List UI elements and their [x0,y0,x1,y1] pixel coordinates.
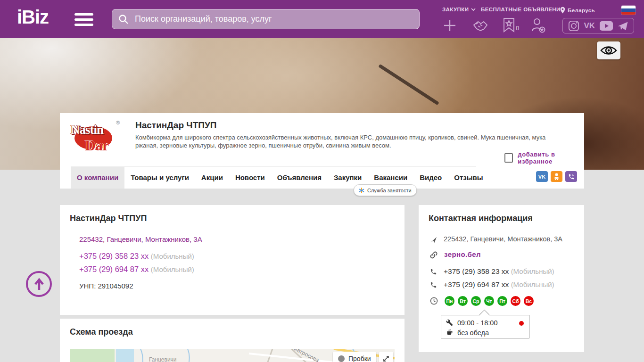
tab-ads[interactable]: Объявления [271,167,328,189]
employment-service-tooltip[interactable]: Служба занятости [354,184,417,196]
site-header: iBiz ЗАКУПКИ БЕСПЛАТНЫЕ ОБЪЯВЛЕНИЯ Белар… [0,0,644,38]
eye-icon [600,44,617,57]
phone-icon [430,281,437,288]
contact-address-row: 225432, Ганцевичи, Монтажников, 3А [430,235,562,243]
site-logo[interactable]: iBiz [17,7,49,28]
about-phone-2[interactable]: +375 (29) 694 87 xx (Мобильный) [79,265,194,274]
nav-arrow-icon [430,236,437,243]
about-title: НастинДар ЧТПУП [70,214,147,223]
odnoklassniki-icon[interactable] [551,171,562,182]
expand-icon [383,355,389,362]
website-link[interactable]: зерно.бел [444,250,481,258]
add-to-favorites[interactable]: добавить в избранное [504,151,584,165]
about-phone-1[interactable]: +375 (29) 358 23 xx (Мобильный) [79,252,194,261]
language-flag-russia[interactable] [621,6,636,15]
day-sun[interactable]: Вс [524,296,534,306]
chevron-down-icon [471,8,476,11]
tab-video[interactable]: Видео [413,167,448,189]
search-input[interactable] [134,14,413,25]
signup-button[interactable] [530,17,545,33]
day-mon[interactable]: Пн [445,296,454,306]
tab-products[interactable]: Товары и услуги [124,167,195,189]
working-hours-tooltip: 09:00 - 18:00 без обеда [441,315,529,338]
lunch-status: без обеда [457,329,489,337]
traffic-label: Пробки [348,355,371,362]
instagram-icon[interactable] [568,20,579,32]
map-canvas[interactable]: Ганцевичи ул. Матросова Пробки [70,349,395,362]
working-days: Пн Вт Ср Чт Пт Сб Вс [445,296,534,306]
tools-icon [446,319,453,326]
page: iBiz ЗАКУПКИ БЕСПЛАТНЫЕ ОБЪЯВЛЕНИЯ Белар… [0,0,644,362]
accessibility-eye-button[interactable] [597,41,620,59]
company-unp: УНП: 291045092 [79,282,133,290]
contact-website-row: зерно.бел [430,250,481,259]
tab-about[interactable]: О компании [71,167,124,189]
day-sat[interactable]: Сб [511,296,520,306]
working-days-row: Пн Вт Ср Чт Пт Сб Вс [430,296,534,306]
person-add-icon [530,17,545,33]
vk-share-icon[interactable]: VK [536,171,548,182]
bookmark-star-icon [503,17,515,33]
company-tabs: О компании Товары и услуги Акции Новости… [71,166,476,189]
company-description: Комбикорма для широкого спектра сельскох… [135,133,555,149]
favorites-count: 0 [516,25,519,32]
pen-in-photo [378,64,439,106]
partners-button[interactable] [471,19,489,33]
vk-icon[interactable]: VK [584,21,595,31]
registered-mark: ® [116,120,120,125]
map-title: Схема проезда [70,327,133,337]
working-hours: 09:00 - 18:00 [457,319,497,327]
logo-text-top: Nastin [71,123,103,137]
favorite-label: добавить в избранное [518,151,584,165]
logo-text-bottom: Dar [85,137,108,154]
telegram-icon[interactable] [617,21,628,31]
day-thu[interactable]: Чт [484,296,494,306]
about-address-link[interactable]: 225432, Ганцевичи, Монтажников, 3А [79,235,202,243]
status-dot [519,321,524,326]
contact-title: Контактная информация [429,214,533,223]
location-pin-icon [560,7,565,14]
contact-phone-row-2: +375 (29) 694 87 xx (Мобильный) [430,280,554,289]
handshake-icon [471,19,489,33]
menu-icon[interactable] [74,13,93,29]
traffic-light-icon [338,355,345,362]
employment-service-icon [359,188,364,193]
company-logo[interactable]: Nastin Dar ® [71,120,120,161]
contact-address[interactable]: 225432, Ганцевичи, Монтажников, 3А [444,235,562,243]
day-tue[interactable]: Вт [458,296,468,306]
day-wed[interactable]: Ср [471,296,481,306]
tab-promos[interactable]: Акции [195,167,229,189]
employment-service-label: Служба занятости [367,188,412,193]
contact-phone-row-1: +375 (29) 358 23 xx (Мобильный) [430,267,554,276]
favorites-button[interactable] [503,17,515,33]
viber-icon[interactable] [565,171,577,182]
contact-phone-1[interactable]: +375 (29) 358 23 xx (Мобильный) [444,267,554,276]
coffee-cup-icon [446,329,453,336]
map-expand-button[interactable] [379,352,393,362]
day-fri[interactable]: Пт [497,296,507,306]
traffic-button[interactable]: Пробки [333,352,376,362]
nav-zakupki[interactable]: ЗАКУПКИ [442,7,476,12]
tab-news[interactable]: Новости [229,167,271,189]
contact-phone-2[interactable]: +375 (29) 694 87 xx (Мобильный) [444,280,554,289]
youtube-icon[interactable] [600,21,613,31]
clock-icon [430,297,438,305]
map-city-label: Ганцевичи [149,356,177,362]
tab-reviews[interactable]: Отзывы [448,167,489,189]
nav-free-ads[interactable]: БЕСПЛАТНЫЕ ОБЪЯВЛЕНИЯ [481,7,564,12]
map-card: Схема проезда Ганцевичи ул. Матросова Пр… [60,319,405,362]
scroll-to-top-button[interactable] [26,271,52,297]
favorite-checkbox[interactable] [504,153,513,163]
company-social-buttons: VK [536,171,577,182]
phone-icon [430,268,437,275]
search-bar [112,9,420,29]
company-card: Nastin Dar ® НастинДар ЧТПУП Комбикорма … [60,113,584,189]
about-card: НастинДар ЧТПУП 225432, Ганцевичи, Монта… [60,205,405,315]
link-icon [430,251,438,259]
add-listing-button[interactable] [442,18,457,33]
contact-card: Контактная информация 225432, Ганцевичи,… [419,205,584,352]
arrow-up-icon [33,278,45,291]
nav-country[interactable]: Беларусь [560,7,595,14]
search-icon [118,14,129,25]
header-social-links: VK [562,18,634,33]
